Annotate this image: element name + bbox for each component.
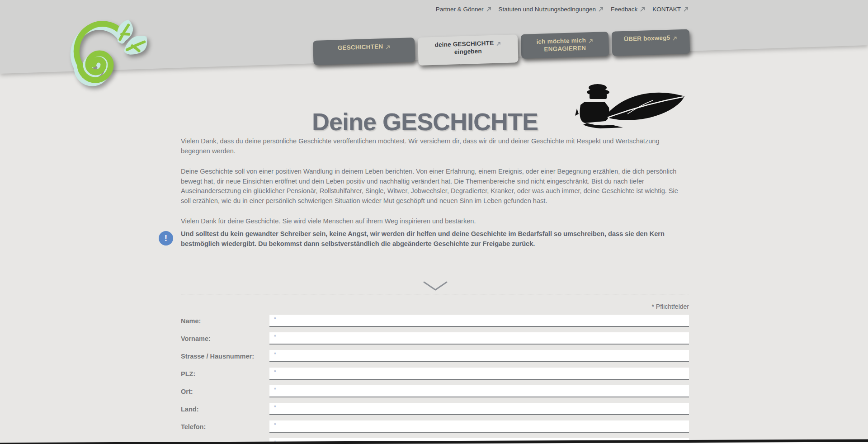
- name-input[interactable]: [269, 315, 689, 327]
- ort-input[interactable]: [269, 385, 689, 397]
- story-contact-form: Name: Vorname: Strasse / Hausnummer: PLZ…: [181, 315, 689, 444]
- external-link-icon: [672, 35, 677, 40]
- intro-paragraph-1: Vielen Dank, dass du deine persönliche G…: [181, 137, 686, 156]
- nav-statuten[interactable]: Statuten und Nutzungsbedingungen: [499, 6, 604, 13]
- form-row: Strasse / Hausnummer:: [181, 350, 689, 362]
- external-link-icon: [496, 40, 501, 45]
- strasse-hausnummer-input[interactable]: [269, 350, 689, 362]
- strasse-hausnummer-label: Strasse / Hausnummer:: [181, 353, 269, 360]
- vorname-input[interactable]: [269, 332, 689, 345]
- external-link-icon: [598, 6, 604, 12]
- external-link-icon: [683, 6, 689, 12]
- form-row: Ort:: [181, 385, 689, 397]
- tab-label: GESCHICHTEN: [338, 43, 383, 52]
- tab-label: deine GESCHICHTE: [434, 39, 494, 49]
- nav-partner-goenner[interactable]: Partner & Gönner: [436, 6, 492, 13]
- external-link-icon: [640, 6, 646, 12]
- nav-label: Partner & Gönner: [436, 6, 484, 13]
- ort-label: Ort:: [181, 388, 269, 395]
- nav-feedback[interactable]: Feedback: [611, 6, 646, 13]
- form-row: Vorname:: [181, 332, 689, 345]
- page-title: Deine GESCHICHTE: [312, 108, 538, 136]
- tab-deine-geschichte-eingeben[interactable]: deine GESCHICHTE eingeben: [418, 34, 519, 66]
- land-label: Land:: [181, 406, 269, 413]
- dotted-divider: [181, 294, 689, 294]
- name-label: Name:: [181, 317, 269, 325]
- helper-note: Und solltest du kein gewandter Schreiber…: [181, 229, 676, 249]
- plz-input[interactable]: [269, 368, 689, 380]
- vorname-label: Vorname:: [181, 335, 269, 342]
- form-row: Land:: [181, 403, 689, 415]
- tab-label-line2: eingeben: [454, 47, 482, 56]
- required-fields-hint: * Pflichtfelder: [181, 303, 689, 310]
- form-row: Telefon:: [181, 420, 689, 433]
- top-utility-nav: Partner & Gönner Statuten und Nutzungsbe…: [0, 6, 689, 13]
- quill-inkwell-illustration: [573, 81, 686, 131]
- tab-label-line2: ENGAGIEREN: [544, 44, 586, 53]
- telefon-label: Telefon:: [181, 423, 269, 430]
- nav-label: Feedback: [611, 6, 637, 13]
- info-icon: !: [159, 231, 173, 246]
- intro-paragraph-2: Deine Geschichte soll von einer positive…: [181, 167, 686, 206]
- intro-paragraph-3: Vielen Dank für deine Geschichte. Sie wi…: [181, 217, 686, 227]
- form-row: PLZ:: [181, 368, 689, 380]
- telefon-input[interactable]: [269, 420, 689, 433]
- tab-label: ÜBER boxweg5: [624, 34, 670, 43]
- external-link-icon: [486, 6, 492, 12]
- nav-kontakt[interactable]: KONTAKT: [652, 6, 689, 13]
- nav-label: Statuten und Nutzungsbedingungen: [499, 6, 596, 13]
- tab-ich-moechte-mich-engagieren[interactable]: ich möchte mich ENGAGIEREN: [521, 32, 609, 59]
- site-logo-spiral-icon[interactable]: [51, 17, 157, 105]
- intro-copy: Vielen Dank, dass du deine persönliche G…: [181, 137, 686, 237]
- land-input[interactable]: [269, 403, 689, 415]
- chevron-down-icon: [423, 281, 448, 293]
- tab-ueber-boxweg5[interactable]: ÜBER boxweg5: [612, 29, 690, 56]
- page: Partner & Gönner Statuten und Nutzungsbe…: [0, 0, 868, 444]
- external-link-icon: [385, 44, 390, 49]
- plz-label: PLZ:: [181, 370, 269, 378]
- tab-geschichten[interactable]: GESCHICHTEN: [313, 38, 415, 65]
- external-link-icon: [588, 38, 593, 43]
- nav-label: KONTAKT: [652, 6, 681, 13]
- form-row: Name:: [181, 315, 689, 327]
